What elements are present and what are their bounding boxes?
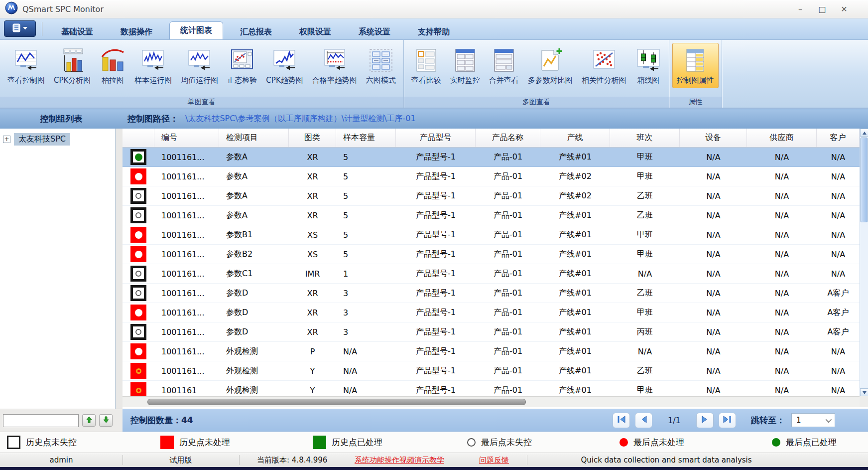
cell-sample-size: 5 bbox=[336, 148, 396, 166]
tab-data-operation[interactable]: 数据操作 bbox=[110, 24, 163, 39]
ribbon-item-merge-view[interactable]: 合并查看 bbox=[485, 43, 523, 88]
next-page-button[interactable] bbox=[696, 413, 714, 428]
ribbon-item-correlation[interactable]: 相关性分析图 bbox=[577, 43, 631, 88]
column-header-sample-size[interactable]: 样本容量 bbox=[336, 129, 396, 147]
column-header-product-model[interactable]: 产品型号 bbox=[396, 129, 476, 147]
ribbon-item-control-chart[interactable]: 查看控制图 bbox=[3, 43, 49, 88]
ribbon-item-sample-run[interactable]: 样本运行图 bbox=[130, 43, 176, 88]
cell-id: 1001161 bbox=[154, 381, 219, 396]
column-header-id[interactable]: 编号 bbox=[154, 129, 219, 147]
horizontal-scrollbar[interactable] bbox=[123, 396, 860, 407]
red-dot-status-icon bbox=[130, 305, 146, 320]
table-row[interactable]: 1001161...参数AXR5产品型号-1产品-01产线#02乙班N/AN/A… bbox=[123, 186, 868, 206]
cell-device: N/A bbox=[680, 322, 747, 341]
table-row[interactable]: 1001161...参数AXR5产品型号-1产品-01产线#02甲班N/AN/A… bbox=[123, 167, 868, 186]
scroll-down-icon[interactable] bbox=[860, 388, 868, 396]
ribbon-item-realtime-monitor[interactable]: 实时监控 bbox=[446, 43, 485, 88]
maximize-button[interactable]: □ bbox=[811, 4, 833, 14]
group-filter-input[interactable] bbox=[3, 414, 79, 427]
tree-expander-icon[interactable] bbox=[3, 136, 10, 143]
first-page-button[interactable] bbox=[613, 413, 630, 428]
cell-item: 外观检测 bbox=[219, 342, 289, 361]
cell-product-model: 产品型号-1 bbox=[396, 206, 476, 225]
tab-summary-report[interactable]: 汇总报表 bbox=[230, 24, 282, 39]
scroll-up-icon[interactable] bbox=[860, 129, 868, 137]
cell-customer: N/A bbox=[817, 361, 860, 380]
footer-bar: 控制图数量：44 1/1 bbox=[0, 409, 868, 432]
table-row[interactable]: 1001161外观检测YN/A产品型号-1产品-01产线#01甲班N/AN/AN… bbox=[123, 381, 868, 396]
video-tutorial-link[interactable]: 系统功能操作视频演示教学 bbox=[355, 453, 444, 467]
column-header-line[interactable]: 产线 bbox=[540, 129, 610, 147]
ribbon-item-six-chart[interactable]: 六图模式 bbox=[362, 43, 400, 88]
vertical-scroll-thumb[interactable] bbox=[861, 138, 868, 222]
table-row[interactable]: 1001161...参数DXR3产品型号-1产品-01产线#01甲班N/AN/A… bbox=[123, 303, 868, 322]
ribbon-item-pareto[interactable]: 柏拉图 bbox=[95, 43, 130, 88]
minimize-button[interactable]: – bbox=[789, 4, 811, 14]
cell-line: 产线#01 bbox=[540, 264, 610, 283]
table-row[interactable]: 1001161...参数DXR3产品型号-1产品-01产线#01丙班N/AN/A… bbox=[123, 322, 868, 342]
column-header-status[interactable] bbox=[123, 129, 154, 147]
cell-shift: 乙班 bbox=[610, 361, 680, 380]
tab-permissions[interactable]: 权限设置 bbox=[289, 24, 342, 39]
last-page-icon bbox=[722, 415, 732, 426]
tab-system-settings[interactable]: 系统设置 bbox=[348, 24, 401, 39]
ribbon-group-label: 属性 bbox=[669, 97, 722, 108]
ribbon-item-cpk-analysis[interactable]: CPK分析图 bbox=[49, 43, 95, 88]
ribbon-item-boxplot[interactable]: 箱线图 bbox=[631, 43, 666, 88]
table-row[interactable]: 1001161...参数B1XS5产品型号-1产品-01产线#01甲班N/AN/… bbox=[123, 225, 868, 245]
table-row[interactable]: 1001161...外观检测YN/A产品型号-1产品-01产线#01乙班N/AN… bbox=[123, 361, 868, 381]
column-header-device[interactable]: 设备 bbox=[680, 129, 747, 147]
table-row[interactable]: 1001161...外观检测PN/A产品型号-1产品-01产线#01N/AN/A… bbox=[123, 342, 868, 361]
cell-device: N/A bbox=[680, 303, 747, 322]
tab-help[interactable]: 支持帮助 bbox=[407, 24, 460, 39]
version-text: 当前版本: 4.8.4.996 bbox=[257, 453, 327, 467]
ribbon-item-view-compare[interactable]: 查看比较 bbox=[407, 43, 446, 88]
cell-product-model: 产品型号-1 bbox=[396, 342, 476, 361]
close-button[interactable]: ✕ bbox=[833, 4, 855, 14]
legend-circle-swatch bbox=[620, 438, 628, 447]
cell-device: N/A bbox=[680, 225, 747, 244]
table-row[interactable]: 1001161...参数AXR5产品型号-1产品-01产线#01乙班N/AN/A… bbox=[123, 206, 868, 225]
column-header-item[interactable]: 检测项目 bbox=[219, 129, 289, 147]
column-header-customer[interactable]: 客户 bbox=[817, 129, 860, 147]
feedback-link[interactable]: 问题反馈 bbox=[479, 453, 509, 467]
page-select-dropdown[interactable]: 1 bbox=[791, 413, 835, 427]
cell-shift: 甲班 bbox=[610, 225, 680, 244]
merge-view-icon bbox=[491, 47, 517, 73]
multi-param-icon bbox=[537, 47, 563, 73]
column-header-chart-type[interactable]: 图类 bbox=[289, 129, 336, 147]
table-row[interactable]: 1001161...参数AXR5产品型号-1产品-01产线#01甲班N/AN/A… bbox=[123, 148, 868, 167]
ribbon-item-multi-param[interactable]: 多参数对比图 bbox=[523, 43, 577, 88]
chart-path-label: 控制图路径： bbox=[127, 113, 178, 125]
column-header-shift[interactable]: 班次 bbox=[610, 129, 680, 147]
ribbon-item-normality[interactable]: 正态检验 bbox=[223, 43, 261, 88]
cell-chart-type: P bbox=[289, 342, 336, 361]
application-menu-button[interactable] bbox=[4, 20, 36, 37]
cell-customer: A客户 bbox=[817, 303, 860, 322]
move-down-button[interactable] bbox=[99, 414, 113, 427]
move-up-button[interactable] bbox=[82, 414, 96, 427]
table-row[interactable]: 1001161...参数C1IMR1产品型号-1产品-01产线#01N/AN/A… bbox=[123, 264, 868, 284]
table-row[interactable]: 1001161...参数B2XS5产品型号-1产品-01产线#01甲班N/AN/… bbox=[123, 245, 868, 264]
ribbon-item-cpk-trend[interactable]: CPK趋势图 bbox=[261, 43, 307, 88]
last-page-button[interactable] bbox=[719, 413, 736, 428]
cell-chart-type: XR bbox=[289, 284, 336, 303]
ribbon-item-mean-run[interactable]: 均值运行图 bbox=[176, 43, 223, 88]
column-header-supplier[interactable]: 供应商 bbox=[747, 129, 817, 147]
page-indicator: 1/1 bbox=[668, 416, 681, 425]
horizontal-scroll-thumb[interactable] bbox=[147, 399, 526, 405]
tab-charts[interactable]: 统计图表 bbox=[169, 21, 223, 39]
prev-page-button[interactable] bbox=[635, 413, 652, 428]
tree-item-root[interactable]: 太友科技SPC bbox=[0, 129, 115, 146]
cell-product-name: 产品-01 bbox=[476, 148, 540, 166]
tab-base-settings[interactable]: 基础设置 bbox=[51, 24, 104, 39]
cell-status bbox=[123, 264, 154, 283]
ribbon-item-label: 多参数对比图 bbox=[528, 76, 573, 85]
red-ring-status-icon bbox=[130, 363, 146, 379]
table-row[interactable]: 1001161...参数DXR3产品型号-1产品-01产线#01乙班N/AN/A… bbox=[123, 284, 868, 303]
vertical-scrollbar[interactable] bbox=[860, 129, 868, 396]
cell-id: 1001161... bbox=[154, 225, 219, 244]
ribbon-item-passrate-trend[interactable]: 合格率趋势图 bbox=[308, 43, 362, 88]
ribbon-item-chart-properties[interactable]: 控制图属性 bbox=[672, 43, 719, 88]
column-header-product-name[interactable]: 产品名称 bbox=[476, 129, 540, 147]
